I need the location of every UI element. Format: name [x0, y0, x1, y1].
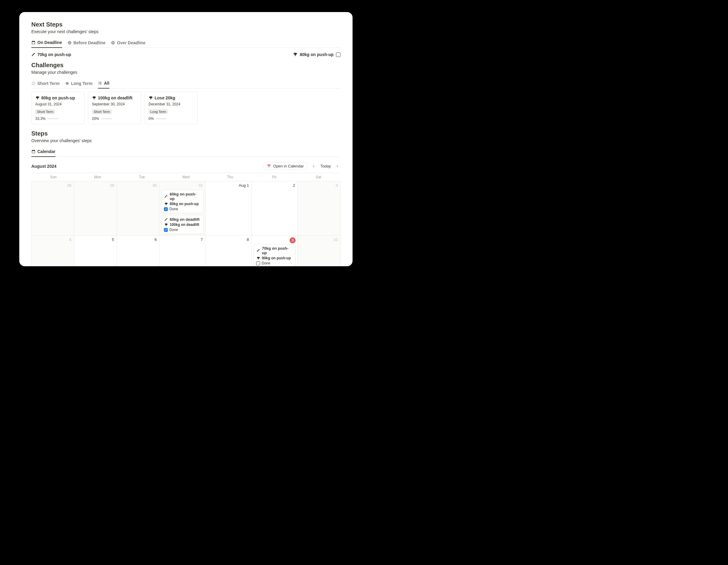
check-circle-icon — [67, 41, 72, 45]
tablet-frame: Next Steps Execute your next challenges'… — [10, 1, 362, 278]
tab-all[interactable]: All — [98, 79, 109, 89]
card-progress: 0% — [149, 117, 194, 121]
checkbox-checked-icon[interactable]: ✓ — [164, 228, 168, 232]
progress-bar — [101, 118, 112, 119]
calendar-cell[interactable]: 29 — [74, 181, 117, 235]
tab-label: Over Deadline — [117, 40, 145, 45]
cell-date: 30 — [152, 183, 157, 188]
calendar-cell[interactable]: 7 — [159, 235, 206, 266]
calendar-cell[interactable]: 9 70kg on push-up 80kg on push-up — [252, 235, 298, 266]
card-progress: 20% — [92, 117, 137, 121]
calendar-event[interactable]: 60kg on deadlift 100kg on deadlift ✓ Don… — [161, 215, 203, 234]
checkbox-unchecked-icon[interactable] — [256, 262, 260, 265]
goal-label: 80kg on push-up — [300, 52, 334, 57]
calendar-cell[interactable]: 30 — [117, 181, 160, 235]
tab-label: All — [104, 81, 109, 86]
event-title-text: 60kg on deadlift — [170, 217, 199, 222]
challenges-subtitle: Manage your challenges — [31, 70, 340, 75]
event-sub-text: 80kg on push-up — [262, 256, 291, 260]
calendar-icon — [31, 149, 36, 154]
open-in-calendar-label: Open in Calendar — [273, 164, 304, 168]
tab-label: Long Term — [71, 81, 93, 86]
calendar-cell[interactable]: 2 — [252, 181, 298, 235]
event-title-text: 60kg on push-up — [170, 192, 201, 201]
calendar-app-icon: 9 — [267, 164, 271, 168]
stairs-icon — [164, 194, 168, 199]
calendar-cell[interactable]: 4 — [31, 235, 74, 266]
cell-date: 28 — [67, 183, 71, 188]
goal-chip[interactable]: 80kg on push-up — [293, 52, 340, 57]
calendar-cell[interactable]: 10 — [298, 235, 340, 266]
challenge-card[interactable]: Lose 20kg December 31, 2024 Long Term 0% — [145, 92, 198, 124]
steps-tabs: Calendar — [31, 147, 340, 157]
card-date: September 30, 2024 — [92, 102, 137, 106]
x-circle-icon — [111, 41, 115, 45]
svg-rect-7 — [99, 83, 102, 83]
challenge-cards: 80kg on push-up August 31, 2024 Short Te… — [31, 92, 340, 124]
calendar-dow-row: Sun Mon Tue Wed Thu Fri Sat — [31, 173, 340, 181]
calendar-cell[interactable]: 31 60kg on push-up 80kg on push-up — [159, 181, 206, 235]
cell-date-today: 9 — [290, 237, 296, 243]
trophy-icon — [149, 96, 153, 100]
card-tag: Short Term — [35, 109, 55, 114]
event-sub-text: 100kg on deadlift — [170, 223, 199, 227]
cell-date: 2 — [293, 183, 295, 188]
tab-short-term[interactable]: Short Term — [31, 79, 60, 88]
calendar-cell[interactable]: Aug 1 — [206, 181, 252, 235]
circle-filled-icon — [65, 81, 69, 86]
tab-label: On Deadline — [37, 40, 62, 45]
goal-checkbox[interactable] — [336, 52, 340, 57]
card-date: December 31, 2024 — [149, 102, 194, 106]
stairs-icon — [256, 249, 260, 253]
prev-month-button[interactable] — [311, 165, 317, 168]
cell-date: 3 — [336, 183, 338, 188]
card-tag: Short Term — [92, 109, 112, 114]
svg-rect-5 — [99, 82, 102, 82]
calendar-event[interactable]: 70kg on push-up 80kg on push-up Done — [253, 244, 296, 266]
tab-label: Before Deadline — [74, 40, 106, 45]
progress-bar — [47, 118, 58, 119]
stairs-icon — [164, 218, 168, 222]
calendar-cell[interactable]: 28 — [31, 181, 74, 235]
tab-before-deadline[interactable]: Before Deadline — [67, 39, 106, 48]
current-step[interactable]: 70kg on push-up — [31, 52, 71, 57]
tab-calendar-view[interactable]: Calendar — [31, 147, 55, 157]
card-pct: 20% — [92, 117, 99, 121]
calendar-cell[interactable]: 6 — [117, 235, 160, 266]
svg-point-2 — [32, 82, 35, 85]
open-in-calendar-button[interactable]: 9 Open in Calendar — [263, 162, 307, 170]
dow-cell: Thu — [208, 173, 252, 181]
today-button[interactable]: Today — [320, 164, 331, 168]
calendar-event[interactable]: 60kg on push-up 80kg on push-up ✓ Done — [161, 190, 203, 213]
trophy-icon — [35, 96, 39, 100]
card-title-text: 80kg on push-up — [41, 96, 75, 100]
checkbox-checked-icon[interactable]: ✓ — [164, 207, 168, 211]
tab-on-deadline[interactable]: On Deadline — [31, 38, 62, 48]
card-pct: 0% — [149, 117, 154, 121]
card-title-text: 100kg on deadlift — [98, 96, 132, 100]
card-title-text: Lose 20kg — [155, 96, 175, 100]
challenge-card[interactable]: 80kg on push-up August 31, 2024 Short Te… — [31, 92, 84, 124]
svg-text:9: 9 — [268, 166, 269, 168]
calendar-cell[interactable]: 8 — [206, 235, 252, 266]
calendar-icon — [31, 40, 36, 45]
challenge-card[interactable]: 100kg on deadlift September 30, 2024 Sho… — [88, 92, 141, 124]
next-steps-tabs: On Deadline Before Deadline Over Deadlin… — [31, 38, 340, 48]
cell-date: 5 — [112, 237, 114, 242]
dow-cell: Fri — [252, 173, 297, 181]
calendar-cell[interactable]: 3 — [298, 181, 340, 235]
event-sub-text: 80kg on push-up — [170, 202, 199, 206]
list-icon — [98, 81, 102, 85]
dow-cell: Sat — [296, 173, 340, 181]
cell-date: 4 — [69, 237, 71, 242]
trophy-icon — [293, 52, 297, 57]
tab-over-deadline[interactable]: Over Deadline — [111, 39, 145, 48]
next-month-button[interactable] — [334, 165, 340, 168]
done-label: Done — [262, 261, 270, 265]
card-tag: Long Term — [149, 109, 168, 114]
svg-point-8 — [98, 84, 99, 85]
tab-label: Short Term — [37, 81, 60, 86]
tab-long-term[interactable]: Long Term — [65, 79, 93, 88]
calendar-cell[interactable]: 5 — [74, 235, 117, 266]
dow-cell: Wed — [164, 173, 208, 181]
